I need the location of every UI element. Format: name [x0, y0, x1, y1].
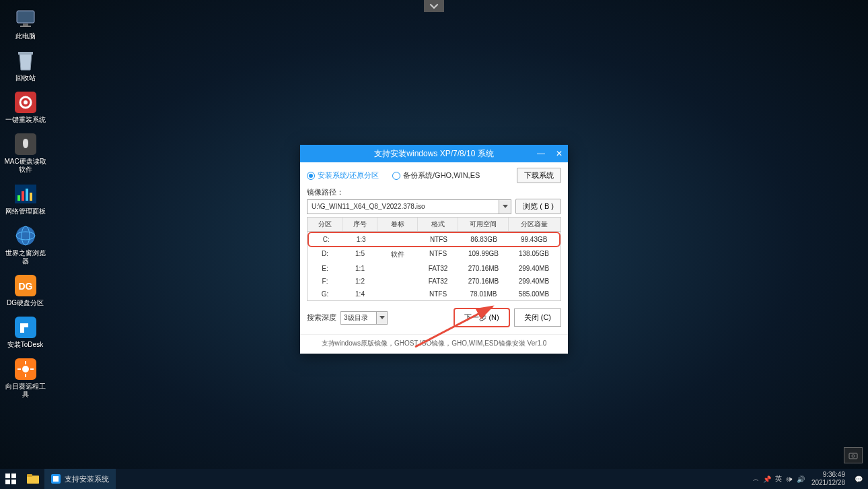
ime-indicator[interactable]: 英 — [775, 474, 782, 484]
svg-point-20 — [22, 366, 29, 372]
start-button[interactable] — [0, 469, 22, 489]
tray-chevron-icon[interactable]: ︿ — [753, 475, 759, 484]
taskbar-app-installer[interactable]: 支持安装系统 — [44, 469, 116, 489]
svg-rect-12 — [30, 193, 32, 201]
radio-dot-icon — [392, 172, 400, 180]
system-tray[interactable]: ︿ 📌 英 🕪 🔊 — [753, 474, 805, 484]
installer-dialog: 支持安装windows XP/7/8/10 系统 — ✕ 安装系统/还原分区 备… — [300, 145, 568, 354]
bin-icon — [13, 48, 38, 73]
desktop-icon-bin[interactable]: 回收站 — [3, 48, 47, 82]
svg-text:DG: DG — [18, 281, 32, 292]
svg-rect-28 — [5, 474, 10, 478]
sound-icon[interactable]: 🔊 — [797, 476, 805, 483]
svg-rect-26 — [849, 453, 857, 459]
table-cell: 78.01MB — [458, 288, 509, 300]
table-cell: 1:4 — [342, 288, 377, 300]
folder-icon — [27, 474, 39, 484]
desktop-icon-gear[interactable]: 一键重装系统 — [3, 90, 47, 124]
svg-point-6 — [24, 100, 28, 104]
table-header: 分区序号卷标格式可用空间分区容量 — [308, 218, 560, 232]
chevron-down-icon — [503, 205, 508, 208]
table-cell — [377, 262, 418, 275]
svg-rect-9 — [17, 195, 20, 201]
apple-icon — [13, 132, 38, 156]
radio-install-restore[interactable]: 安装系统/还原分区 — [307, 170, 379, 181]
action-center-icon[interactable]: 💬 — [852, 476, 863, 483]
table-cell: 585.00MB — [509, 288, 559, 300]
desktop-icon-label: 网络管理面板 — [5, 207, 46, 216]
table-cell: FAT32 — [418, 275, 458, 288]
table-cell — [377, 275, 418, 288]
table-cell — [377, 288, 418, 300]
file-explorer-button[interactable] — [22, 469, 44, 489]
svg-rect-3 — [18, 52, 33, 55]
desktop-icon-dg[interactable]: DGDG硬盘分区 — [3, 273, 47, 307]
svg-rect-31 — [11, 480, 16, 484]
gear-icon — [13, 90, 38, 115]
svg-rect-0 — [17, 11, 34, 23]
radio-backup[interactable]: 备份系统/GHO,WIN,ES — [392, 170, 480, 181]
search-depth-label: 搜索深度 — [307, 313, 336, 323]
desktop-icon-label: DG硬盘分区 — [7, 299, 44, 307]
search-depth-select[interactable]: 3级目录 — [340, 311, 388, 325]
taskbar-clock[interactable]: 9:36:49 2021/12/28 — [811, 471, 845, 487]
table-row[interactable]: F:1:2FAT32270.16MB299.40MB — [308, 275, 560, 288]
camera-icon — [848, 451, 858, 459]
svg-rect-10 — [22, 191, 24, 201]
table-header-cell[interactable]: 格式 — [418, 218, 458, 231]
table-cell: 软件 — [377, 247, 418, 262]
desktop-icon-globe[interactable]: 世界之窗浏览器 — [3, 224, 47, 265]
browse-button[interactable]: 浏览 ( B ) — [515, 199, 561, 214]
path-dropdown-button[interactable] — [499, 200, 511, 214]
table-header-cell[interactable]: 分区 — [308, 218, 342, 231]
chevron-down-icon — [429, 1, 439, 11]
svg-rect-29 — [11, 474, 16, 478]
network-icon[interactable]: 🕪 — [786, 476, 793, 483]
top-dropdown-notch[interactable] — [424, 0, 444, 12]
dialog-titlebar[interactable]: 支持安装windows XP/7/8/10 系统 — ✕ — [300, 145, 568, 162]
chevron-down-icon — [379, 316, 385, 319]
desktop-icon-todesk[interactable]: 安装ToDesk — [3, 315, 47, 349]
image-path-input[interactable]: U:\G_WIN11_X64_Q8_V2022.378.iso — [307, 199, 511, 214]
table-cell: NTFS — [418, 247, 458, 262]
table-cell: 299.40MB — [509, 275, 559, 288]
table-row[interactable]: G:1:4NTFS78.01MB585.00MB — [308, 288, 560, 300]
next-step-button[interactable]: 下一步 (N) — [454, 308, 509, 327]
table-cell: 86.83GB — [459, 233, 509, 246]
screenshot-tool-widget[interactable] — [844, 447, 863, 463]
close-button[interactable]: 关闭 (C) — [514, 308, 561, 327]
depth-dropdown-button[interactable] — [376, 312, 387, 324]
table-cell: NTFS — [419, 233, 459, 246]
table-cell: C: — [309, 233, 344, 246]
table-header-cell[interactable]: 序号 — [342, 218, 377, 231]
todesk-icon — [13, 315, 38, 339]
minimize-button[interactable]: — — [534, 149, 548, 158]
desktop-icon-chart[interactable]: 网络管理面板 — [3, 182, 47, 216]
dialog-footer-text: 支持windows原版镜像，GHOST ISO镜像，GHO,WIM,ESD镜像安… — [300, 334, 568, 354]
close-x-button[interactable]: ✕ — [553, 149, 565, 158]
table-cell: 99.43GB — [509, 233, 559, 246]
table-cell: 299.40MB — [509, 262, 559, 275]
desktop-icon-sunflower[interactable]: 向日葵远程工具 — [3, 357, 47, 399]
radio-dot-icon — [307, 172, 315, 180]
table-row[interactable]: E:1:1FAT32270.16MB299.40MB — [308, 262, 560, 275]
svg-point-27 — [852, 455, 855, 457]
desktop-icon-label: 回收站 — [15, 74, 36, 82]
table-cell: 1:3 — [344, 233, 379, 246]
desktop-icon-apple[interactable]: MAC硬盘读取软件 — [3, 132, 47, 174]
table-header-cell[interactable]: 卷标 — [377, 218, 418, 231]
download-system-button[interactable]: 下载系统 — [517, 168, 561, 183]
globe-icon — [13, 224, 38, 248]
table-header-cell[interactable]: 可用空间 — [458, 218, 509, 231]
table-cell: NTFS — [418, 288, 458, 300]
table-cell: G: — [308, 288, 342, 300]
table-row[interactable]: C:1:3NTFS86.83GB99.43GB — [308, 232, 560, 247]
table-cell: E: — [308, 262, 342, 275]
table-header-cell[interactable]: 分区容量 — [509, 218, 559, 231]
table-row[interactable]: D:1:5软件NTFS109.99GB138.05GB — [308, 247, 560, 262]
desktop-icon-pc[interactable]: 此电脑 — [3, 7, 47, 40]
installer-app-icon — [51, 474, 61, 484]
table-cell: 1:1 — [342, 262, 377, 275]
tray-pin-icon[interactable]: 📌 — [763, 476, 771, 483]
table-cell: 270.16MB — [458, 262, 509, 275]
